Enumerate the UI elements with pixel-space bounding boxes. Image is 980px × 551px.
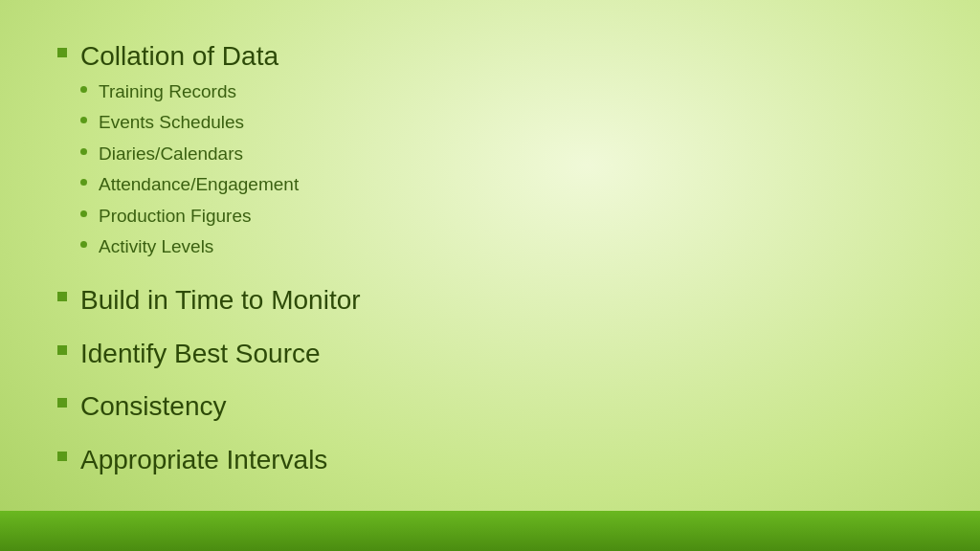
bullet-source-label: Identify Best Source [80, 336, 321, 372]
bullet-square-icon [57, 48, 67, 57]
sub-item-training: Training Records [99, 78, 236, 106]
sub-bullets-collation: Training Records Events Schedules Diarie… [80, 78, 299, 261]
bullet-square-icon [57, 345, 67, 355]
bullet-monitor: Build in Time to Monitor [57, 282, 923, 319]
bottom-bar [0, 511, 980, 551]
bullet-collation: Collation of Data Training Records Event… [57, 38, 923, 265]
list-item: Training Records [80, 78, 299, 106]
dot-icon [80, 117, 87, 123]
bullet-collation-label: Collation of Data [80, 41, 278, 71]
dot-icon [80, 241, 87, 248]
sub-item-attendance: Attendance/Engagement [99, 171, 299, 199]
slide-container: Collation of Data Training Records Event… [0, 0, 980, 551]
sub-item-events: Events Schedules [99, 109, 244, 137]
bullet-intervals: Appropriate Intervals [57, 442, 923, 478]
bullet-square-icon [57, 292, 67, 301]
dot-icon [80, 148, 87, 155]
list-item: Production Figures [80, 203, 299, 231]
bullet-consistency-label: Consistency [80, 388, 227, 425]
bullet-consistency: Consistency [57, 388, 923, 425]
sub-item-diaries: Diaries/Calendars [99, 141, 243, 168]
bullet-square-icon [57, 398, 67, 408]
list-item: Diaries/Calendars [80, 141, 299, 168]
bullet-monitor-label: Build in Time to Monitor [80, 282, 361, 319]
sub-item-production: Production Figures [99, 203, 251, 231]
content-area: Collation of Data Training Records Event… [57, 29, 923, 496]
list-item: Activity Levels [80, 233, 299, 261]
list-item: Events Schedules [80, 109, 299, 137]
sub-item-activity: Activity Levels [99, 233, 213, 261]
bullet-square-icon [57, 452, 67, 461]
dot-icon [80, 86, 87, 93]
dot-icon [80, 179, 87, 186]
list-item: Attendance/Engagement [80, 171, 299, 199]
bullet-source: Identify Best Source [57, 336, 923, 372]
bullet-intervals-label: Appropriate Intervals [80, 442, 327, 478]
dot-icon [80, 210, 87, 217]
